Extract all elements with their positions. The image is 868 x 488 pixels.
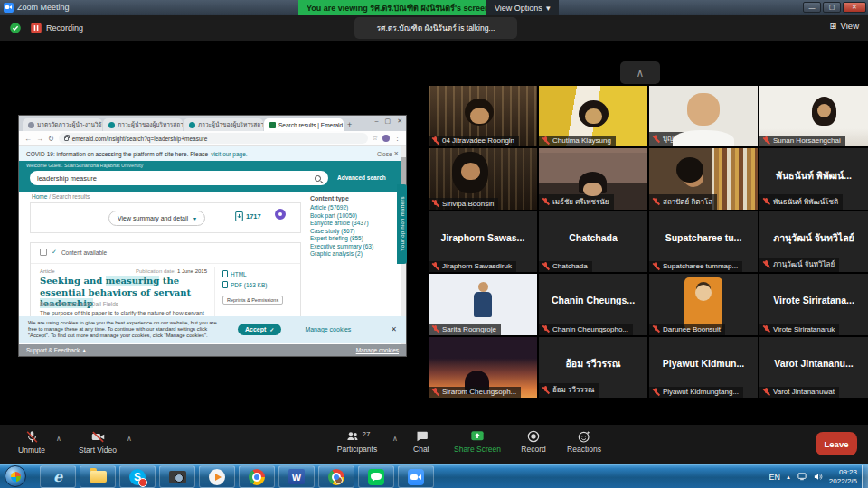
participant-tile[interactable]: Sunan Horsaengchai — [760, 86, 868, 146]
filter-item[interactable]: Executive summary (63) — [310, 243, 395, 251]
participant-tile[interactable]: บุญศักดิ์ ชั่ว — [649, 86, 758, 146]
video-options-chevron[interactable]: ∧ — [127, 435, 132, 443]
language-indicator[interactable]: EN — [769, 473, 780, 482]
gallery-view-button[interactable]: ⊞ View — [830, 21, 859, 31]
taskbar-camera-app[interactable] — [159, 465, 195, 488]
covid-banner-link[interactable]: visit our page. — [211, 151, 247, 157]
breadcrumb-home-link[interactable]: Home — [32, 193, 47, 200]
leave-button[interactable]: Leave — [816, 432, 857, 455]
url-field[interactable]: emerald.com/insight/search?q=leadership+… — [59, 133, 368, 144]
pdf-link[interactable]: PDF (163 KB) — [222, 281, 267, 288]
participant-tile[interactable]: พันธนันท์ พิพัฒน์... พันธนันท์ พิพัฒน์โช… — [760, 148, 868, 209]
feedback-side-tab[interactable]: Your opinion matters — [397, 184, 407, 264]
back-icon[interactable]: ← — [24, 135, 32, 143]
participant-tile[interactable]: Jiraphorn Sawas... Jiraphorn Sawasdiruk — [429, 211, 537, 272]
html-link[interactable]: HTML — [222, 270, 247, 277]
reprints-permissions-button[interactable]: Reprints & Permissions — [222, 296, 283, 305]
participant-tile[interactable]: Darunee Boonsuit — [649, 274, 758, 334]
record-button[interactable]: Record — [513, 429, 554, 454]
taskbar-word[interactable] — [278, 465, 315, 488]
browser-tab-1[interactable]: มาตรวัดภาวะผู้นำ-งานวิจัยที่เกี่ยวข้อง ✕ — [23, 118, 102, 131]
participant-tile[interactable]: ภานุวัฒน์ จันทวิไลย์ ภานุวัฒน์ จันทวิไลย… — [760, 211, 868, 272]
participant-tile[interactable]: Sirarom Cheungsoph... — [429, 337, 537, 398]
start-button[interactable] — [5, 465, 26, 487]
advanced-search-link[interactable]: Advanced search — [337, 174, 386, 181]
search-input[interactable]: leadership measure — [30, 171, 328, 185]
download-count[interactable]: 1717 — [235, 211, 261, 221]
filter-item[interactable]: Case study (867) — [310, 228, 395, 236]
taskbar-internet-explorer[interactable]: e — [40, 465, 76, 488]
start-video-button[interactable]: Start Video — [71, 429, 125, 455]
taskbar-zoom[interactable] — [398, 465, 434, 488]
taskbar-chrome[interactable] — [239, 465, 275, 488]
minimize-button[interactable]: — — [803, 2, 821, 13]
taskbar-clock[interactable]: 09:23 2022/2/6 — [829, 468, 857, 486]
show-desktop-button[interactable] — [862, 465, 868, 488]
accept-cookies-button[interactable]: Accept ✓ — [238, 324, 281, 335]
zoom-icon — [408, 469, 424, 485]
browser-tab-3[interactable]: ภาวะผู้นำของผู้บริหารสถานศึกษา... ✕ — [184, 118, 263, 131]
participant-tile[interactable]: Sirivipa Boonsiri — [429, 148, 537, 209]
participant-tile[interactable]: Chanin Cheungs... Chanin Cheungsopho... — [539, 274, 647, 334]
reactions-button[interactable]: Reactions — [559, 429, 609, 454]
forward-icon[interactable]: → — [36, 135, 43, 143]
filter-item[interactable]: Earlycite article (3437) — [310, 220, 395, 228]
participant-tile[interactable]: Supatcharee tu... Supatcharee tummap... — [649, 211, 758, 272]
checkbox[interactable] — [40, 249, 47, 256]
taskbar-skype[interactable]: S — [119, 465, 156, 488]
manage-cookies-link[interactable]: Manage cookies — [305, 326, 351, 333]
unmute-button[interactable]: Unmute — [9, 429, 54, 455]
browser-minimize-button[interactable]: – — [375, 117, 379, 125]
mic-options-chevron[interactable]: ∧ — [56, 435, 61, 443]
chat-button[interactable]: Chat — [403, 429, 439, 454]
taskbar-chrome-profile[interactable] — [318, 465, 354, 488]
hidden-icons-chevron[interactable]: ▲ — [786, 474, 791, 480]
taskbar-file-explorer[interactable] — [80, 465, 116, 488]
bookmark-star-icon[interactable]: ☆ — [373, 135, 378, 142]
muted-mic-icon — [431, 325, 439, 333]
participant-tile[interactable]: Virote Siriratana... Virote Siriratanaru… — [760, 274, 868, 334]
altmetric-badge[interactable] — [275, 209, 286, 220]
profile-avatar[interactable] — [382, 135, 390, 142]
participants-options-chevron[interactable]: ∧ — [392, 435, 398, 443]
maximize-button[interactable]: ▢ — [823, 2, 841, 13]
new-tab-button[interactable]: + — [347, 120, 352, 129]
participants-button[interactable]: 27 Participants — [327, 429, 387, 454]
filter-item[interactable]: Expert briefing (855) — [310, 235, 395, 243]
participant-tile[interactable]: Piyawut Kidmun... Piyawut Kidmungtang... — [649, 337, 758, 398]
cookie-close-icon[interactable]: ✕ — [391, 325, 397, 333]
recording-indicator-icon[interactable] — [30, 22, 42, 34]
network-icon[interactable] — [797, 472, 807, 482]
manage-cookies-footer-link[interactable]: Manage cookies — [356, 347, 399, 353]
browser-tab-2[interactable]: ภาวะผู้นำของผู้บริหารสถานศึกษา... ✕ — [103, 118, 183, 131]
view-options-button[interactable]: View Options ▾ — [486, 0, 559, 15]
taskbar-line[interactable] — [358, 465, 394, 488]
speaker-icon[interactable] — [813, 472, 824, 482]
reload-icon[interactable]: ↻ — [48, 135, 54, 143]
collapse-video-strip-button[interactable]: ∧ — [620, 61, 660, 84]
covid-banner-close[interactable]: Close ✕ — [377, 150, 399, 157]
content-available-filter[interactable]: ✓ Content available — [40, 249, 107, 256]
participant-tile[interactable]: เมธ์ชัย ศรีเพชรนัย — [539, 148, 647, 209]
filter-item[interactable]: Article (57692) — [310, 204, 395, 212]
browser-menu-icon[interactable]: ⋮ — [394, 135, 401, 142]
participant-tile[interactable]: อ้อม รวีวรรณ อ้อม รวีวรรณ — [539, 337, 647, 398]
participant-tile[interactable]: Varot Jintananu... Varot Jintananuwat — [760, 337, 868, 398]
browser-maximize-button[interactable]: ▢ — [385, 117, 392, 125]
participant-tile[interactable]: สถาปัตย์ กิตาโส — [649, 148, 758, 209]
share-screen-button[interactable]: Share Screen — [448, 429, 506, 454]
browser-tab-active[interactable]: Search results | Emerald Insight ✕ — [264, 118, 344, 131]
search-icon[interactable] — [315, 175, 321, 182]
participant-tile[interactable]: Sarita Roongroje — [429, 274, 537, 334]
mic-muted-icon — [24, 429, 40, 445]
encryption-shield-icon[interactable] — [9, 22, 22, 34]
browser-close-button[interactable]: ✕ — [397, 117, 402, 125]
filter-item[interactable]: Graphic analysis (2) — [310, 250, 395, 258]
taskbar-media-player[interactable] — [199, 465, 235, 488]
filter-item[interactable]: Book part (10050) — [310, 212, 395, 221]
participant-tile[interactable]: Chatchada Chatchada — [539, 211, 647, 272]
participant-tile[interactable]: Chutima Klaysung — [539, 86, 647, 146]
view-summary-dropdown[interactable]: View summary and detail ▾ — [108, 211, 205, 226]
participant-tile[interactable]: 04 Jitravadee Roongin — [429, 86, 537, 146]
close-button[interactable]: ✕ — [843, 2, 866, 13]
